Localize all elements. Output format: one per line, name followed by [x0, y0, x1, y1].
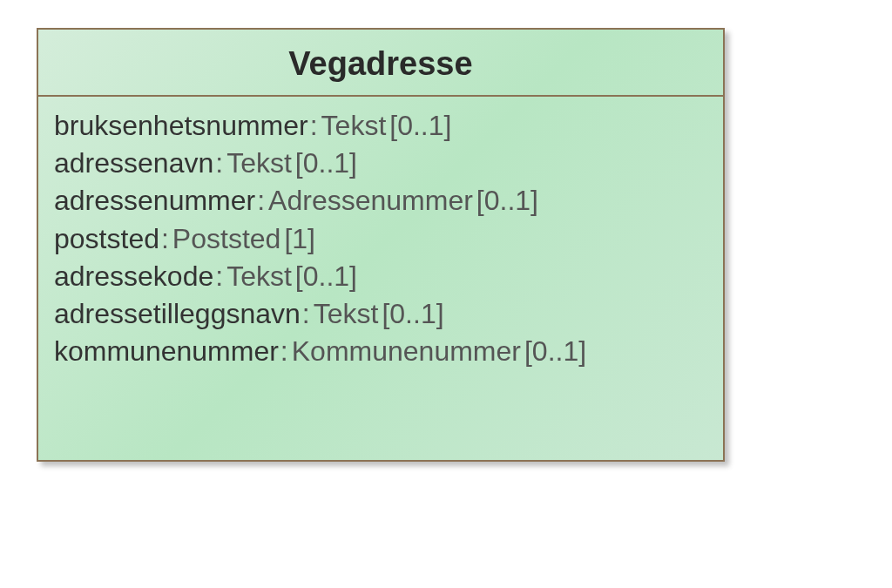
attribute-multiplicity: [0..1]: [292, 260, 357, 292]
attribute-name: kommunenummer: [54, 335, 279, 367]
uml-attribute-row: adressetilleggsnavn:Tekst[0..1]: [54, 295, 707, 333]
attribute-type: Tekst: [226, 260, 292, 292]
attribute-separator: :: [301, 298, 314, 329]
attribute-name: adressetilleggsnavn: [54, 298, 301, 329]
attribute-name: bruksenhetsnummer: [54, 110, 308, 141]
attribute-multiplicity: [0..1]: [378, 298, 443, 329]
attribute-type: Poststed: [172, 223, 281, 254]
attribute-type: Tekst: [226, 147, 292, 179]
uml-attribute-row: adressekode:Tekst[0..1]: [54, 258, 707, 295]
attribute-type: Tekst: [314, 298, 379, 329]
uml-class-attributes: bruksenhetsnummer:Tekst[0..1] adressenav…: [38, 97, 723, 381]
attribute-multiplicity: [0..1]: [473, 185, 538, 216]
attribute-separator: :: [159, 223, 172, 254]
attribute-separator: :: [279, 335, 292, 367]
uml-class-box: Vegadresse bruksenhetsnummer:Tekst[0..1]…: [37, 28, 725, 462]
uml-attribute-row: poststed:Poststed[1]: [54, 220, 707, 258]
attribute-name: poststed: [54, 223, 159, 254]
uml-attribute-row: adressenummer:Adressenummer[0..1]: [54, 182, 707, 220]
attribute-type: Tekst: [321, 110, 387, 141]
attribute-separator: :: [255, 185, 268, 216]
attribute-separator: :: [308, 110, 321, 141]
uml-class-name: Vegadresse: [49, 45, 713, 83]
attribute-multiplicity: [0..1]: [292, 147, 357, 179]
attribute-name: adressenavn: [54, 147, 213, 179]
attribute-name: adressenummer: [54, 185, 255, 216]
attribute-type: Adressenummer: [268, 185, 473, 216]
attribute-multiplicity: [0..1]: [386, 110, 451, 141]
uml-attribute-row: bruksenhetsnummer:Tekst[0..1]: [54, 107, 707, 145]
uml-attribute-row: kommunenummer:Kommunenummer[0..1]: [54, 333, 707, 370]
uml-class-header: Vegadresse: [38, 30, 723, 97]
attribute-name: adressekode: [54, 260, 213, 292]
attribute-type: Kommunenummer: [292, 335, 521, 367]
attribute-multiplicity: [0..1]: [521, 335, 586, 367]
attribute-separator: :: [213, 147, 226, 179]
attribute-multiplicity: [1]: [280, 223, 315, 254]
uml-attribute-row: adressenavn:Tekst[0..1]: [54, 145, 707, 182]
attribute-separator: :: [213, 260, 226, 292]
